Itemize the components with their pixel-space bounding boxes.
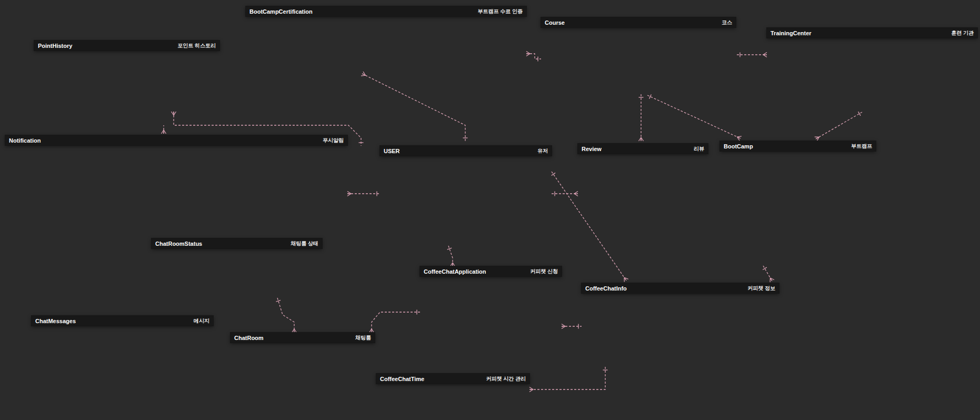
relationship-Notification-USER[interactable] xyxy=(347,192,380,196)
table-CoffeeChatApplication[interactable]: CoffeeChatApplication커피챗 신청 xyxy=(420,266,562,276)
table-logical-name: 코스 xyxy=(722,19,732,26)
relationship-BootCampCertification-USER[interactable] xyxy=(361,72,468,141)
table-header[interactable]: USER유저 xyxy=(380,146,552,156)
table-logical-name: 부트캠프 xyxy=(851,143,872,150)
relationship-layer xyxy=(0,0,980,420)
table-BootCampCertification[interactable]: BootCampCertification부트캠프 수료 인증 xyxy=(246,6,526,16)
table-BootCamp[interactable]: BootCamp부트캠프 xyxy=(720,141,876,151)
table-name: ChatRoom xyxy=(234,335,264,341)
table-logical-name: 커피챗 신청 xyxy=(530,268,558,275)
relationship-BootCampCertification-Course[interactable] xyxy=(526,52,541,62)
table-name: CoffeeChatApplication xyxy=(424,268,486,275)
table-logical-name: 훈련 기관 xyxy=(951,29,974,37)
table-header[interactable]: Notification푸시알림 xyxy=(5,135,347,145)
relationship-Course-TrainingCenter[interactable] xyxy=(737,53,767,57)
relationship-CoffeeChatInfo-CoffeeChatTime[interactable] xyxy=(529,367,608,392)
relationship-USER-Review[interactable] xyxy=(552,192,578,196)
table-logical-name: 유저 xyxy=(537,147,548,155)
table-USER[interactable]: USER유저 xyxy=(380,146,552,156)
table-logical-name: 채팅룸 xyxy=(355,334,371,342)
table-header[interactable]: Review리뷰 xyxy=(578,144,708,154)
table-header[interactable]: TrainingCenter훈련 기관 xyxy=(767,28,977,38)
table-name: CoffeeChatInfo xyxy=(585,285,627,292)
relationship-Course-Review[interactable] xyxy=(639,94,644,141)
relationship-USER-CoffeeChatInfo[interactable] xyxy=(552,172,628,282)
table-name: CoffeeChatTime xyxy=(380,376,424,382)
table-logical-name: 커피챗 정보 xyxy=(747,285,775,292)
table-name: PointHistory xyxy=(38,43,72,49)
table-Course[interactable]: Course코스 xyxy=(541,17,736,27)
relationship-Course-BootCamp[interactable] xyxy=(647,94,742,141)
table-ChatRoomStatus[interactable]: ChatRoomStatus채팅룸 상태 xyxy=(152,238,322,248)
relationship-BootCamp-CoffeeChatInfo[interactable] xyxy=(763,266,774,282)
table-name: BootCamp xyxy=(724,143,753,149)
table-PointHistory[interactable]: PointHistory포인트 히스토리 xyxy=(34,41,219,51)
table-header[interactable]: CoffeeChatInfo커피챗 정보 xyxy=(582,283,779,293)
table-logical-name: 푸시알림 xyxy=(323,137,344,144)
table-CoffeeChatInfo[interactable]: CoffeeChatInfo커피챗 정보 xyxy=(582,283,779,293)
table-ChatMessages[interactable]: ChatMessages메시지 xyxy=(32,316,213,326)
table-TrainingCenter[interactable]: TrainingCenter훈련 기관 xyxy=(767,28,977,38)
table-header[interactable]: PointHistory포인트 히스토리 xyxy=(34,41,219,51)
table-logical-name: 커피챗 시간 관리 xyxy=(486,375,526,383)
relationship-Notification-USER-trunk[interactable] xyxy=(162,125,166,134)
table-Review[interactable]: Review리뷰 xyxy=(578,144,708,154)
table-header[interactable]: ChatRoomStatus채팅룸 상태 xyxy=(152,238,322,248)
table-header[interactable]: CoffeeChatApplication커피챗 신청 xyxy=(420,266,562,276)
table-name: ChatRoomStatus xyxy=(155,241,202,247)
table-logical-name: 포인트 히스토리 xyxy=(177,42,216,49)
table-Notification[interactable]: Notification푸시알림 xyxy=(5,135,347,145)
table-name: Review xyxy=(582,146,602,152)
table-name: Course xyxy=(545,19,565,26)
erd-canvas[interactable]: PointHistory포인트 히스토리BootCampCertificatio… xyxy=(0,0,980,420)
table-logical-name: 채팅룸 상태 xyxy=(291,240,318,247)
table-header[interactable]: BootCampCertification부트캠프 수료 인증 xyxy=(246,6,526,16)
table-name: TrainingCenter xyxy=(771,30,812,36)
table-ChatRoom[interactable]: ChatRoom채팅룸 xyxy=(231,333,375,343)
table-name: BootCampCertification xyxy=(249,8,313,15)
table-logical-name: 부트캠프 수료 인증 xyxy=(477,8,523,15)
table-CoffeeChatTime[interactable]: CoffeeChatTime커피챗 시간 관리 xyxy=(376,374,529,384)
table-name: ChatMessages xyxy=(35,318,76,324)
relationship-TrainingCenter-BootCamp[interactable] xyxy=(815,112,862,141)
table-header[interactable]: ChatRoom채팅룸 xyxy=(231,333,375,343)
table-header[interactable]: Course코스 xyxy=(541,17,736,27)
relationship-USER-CoffeeChatApplication[interactable] xyxy=(447,246,455,266)
table-logical-name: 리뷰 xyxy=(694,145,704,153)
table-logical-name: 메시지 xyxy=(194,317,209,325)
table-name: Notification xyxy=(9,137,41,144)
table-header[interactable]: ChatMessages메시지 xyxy=(32,316,213,326)
table-header[interactable]: BootCamp부트캠프 xyxy=(720,141,876,151)
table-name: USER xyxy=(384,148,400,154)
relationship-ChatRoomStatus-ChatRoom[interactable] xyxy=(276,298,296,333)
relationship-CoffeeChatApplication-ChatRoom[interactable] xyxy=(369,310,421,333)
table-header[interactable]: CoffeeChatTime커피챗 시간 관리 xyxy=(376,374,529,384)
relationship-CoffeeChatApplication-CoffeeChatInfo[interactable] xyxy=(562,324,582,329)
